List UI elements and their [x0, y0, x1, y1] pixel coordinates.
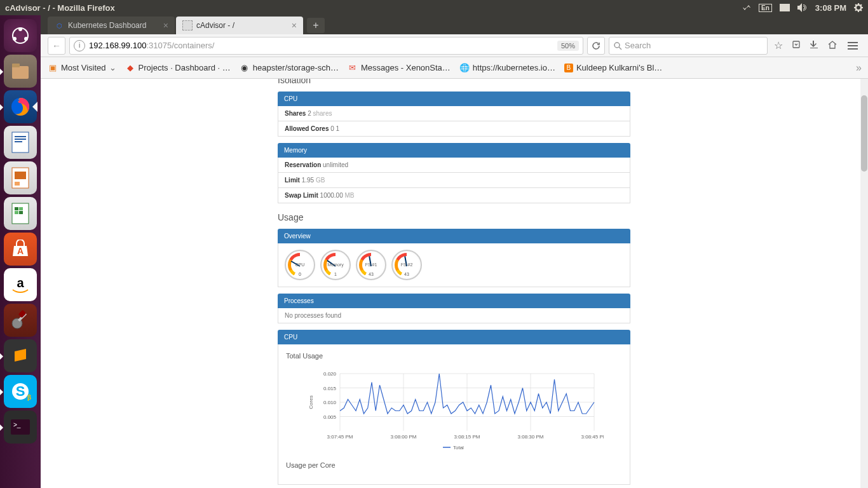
url-bar[interactable]: i 192.168.99.100:31075/containers/ 50% — [69, 37, 583, 55]
svg-rect-4 — [848, 48, 858, 50]
tab-kubernetes[interactable]: ⬡ Kubernetes Dashboard × — [48, 17, 175, 34]
panel-header: Processes — [278, 294, 630, 308]
clock[interactable]: 3:08 PM — [815, 3, 846, 13]
svg-text:3:08:15 PM: 3:08:15 PM — [454, 434, 480, 440]
cpu-panel: CPU Shares 2 shares Allowed Cores 0 1 — [278, 92, 630, 137]
processes-msg: No processes found — [278, 308, 630, 323]
mem-swap-row: Swap Limit 1000.00 MB — [278, 188, 630, 203]
cpu-shares-row: Shares 2 shares — [278, 106, 630, 121]
svg-rect-9 — [12, 66, 29, 79]
launcher-firefox[interactable] — [4, 90, 37, 123]
panel-header: Memory — [278, 143, 630, 158]
panel-header: CPU — [278, 92, 630, 106]
bookmark-heapster[interactable]: ◉heapster/storage-sch… — [240, 63, 339, 73]
svg-text:a: a — [17, 276, 24, 290]
blogger-icon: B — [564, 64, 573, 72]
pocket-icon[interactable] — [792, 40, 801, 51]
bookmark-messages[interactable]: ✉Messages - XenonSta… — [348, 63, 451, 73]
launcher-calc[interactable] — [4, 197, 37, 230]
downloads-icon[interactable] — [810, 40, 818, 51]
launcher-terminal[interactable]: >_ — [4, 410, 37, 444]
gauges-row: CPU0 Memory1 FS #143 FS #243 — [278, 243, 630, 287]
close-icon[interactable]: × — [163, 20, 168, 30]
svg-text:β: β — [27, 394, 31, 401]
launcher-impress[interactable] — [4, 161, 37, 194]
svg-rect-21 — [19, 207, 23, 210]
svg-rect-22 — [15, 211, 18, 214]
home-icon[interactable] — [827, 40, 837, 51]
launcher-files[interactable] — [4, 55, 37, 88]
svg-rect-15 — [15, 141, 22, 142]
search-placeholder: Search — [625, 41, 651, 50]
panel-header: Overview — [278, 229, 630, 243]
chart-per-core-title: Usage per Core — [286, 461, 622, 469]
gear-icon[interactable] — [854, 3, 863, 12]
toolbar-icons: ☆ — [771, 39, 840, 51]
search-input[interactable]: Search — [609, 37, 768, 55]
svg-text:0.015: 0.015 — [323, 386, 336, 391]
svg-rect-2 — [848, 42, 858, 43]
gitlab-icon: ◆ — [125, 63, 135, 73]
launcher-skype[interactable]: Sβ — [4, 375, 37, 408]
tab-cadvisor[interactable]: cAdvisor - / × — [176, 17, 303, 34]
sound-icon[interactable] — [797, 3, 808, 12]
panel-header: CPU — [278, 330, 630, 344]
processes-panel: Processes No processes found — [278, 294, 630, 323]
favicon-cadvisor — [182, 20, 193, 30]
svg-text:3:08:30 PM: 3:08:30 PM — [517, 434, 543, 440]
launcher-writer[interactable] — [4, 126, 37, 159]
svg-text:0.005: 0.005 — [323, 414, 336, 420]
new-tab-button[interactable]: + — [307, 18, 325, 33]
svg-rect-14 — [15, 139, 26, 140]
mem-limit-row: Limit 1.95 GB — [278, 173, 630, 188]
folder-icon: ▣ — [48, 63, 58, 73]
address-bar-row: ← i 192.168.99.100:31075/containers/ 50%… — [0, 34, 868, 57]
isolation-title: Isolation — [278, 79, 630, 85]
tab-title: cAdvisor - / — [196, 21, 288, 30]
launcher-settings[interactable] — [4, 304, 37, 337]
bookmark-kubernetes[interactable]: 🌐https://kubernetes.io… — [459, 63, 555, 73]
back-button[interactable]: ← — [48, 37, 65, 55]
svg-rect-3 — [848, 45, 858, 46]
language-indicator[interactable]: En — [759, 4, 772, 12]
bookmark-projects[interactable]: ◆Projects · Dashboard · … — [125, 63, 231, 73]
launcher-software[interactable]: A — [4, 233, 37, 266]
line-chart: 0.0050.0100.0150.0203:07:45 PM3:08:00 PM… — [305, 367, 604, 450]
launcher-amazon[interactable]: a — [4, 268, 37, 301]
bookmark-blog[interactable]: BKuldeep Kulkarni's Bl… — [564, 63, 662, 72]
svg-text:3:07:45 PM: 3:07:45 PM — [327, 434, 353, 440]
bookmark-star-icon[interactable]: ☆ — [774, 39, 783, 51]
svg-point-0 — [614, 43, 620, 48]
svg-rect-13 — [15, 136, 26, 137]
github-icon: ◉ — [240, 63, 250, 73]
bookmark-most-visited[interactable]: ▣Most Visited⌄ — [48, 63, 116, 73]
svg-point-8 — [24, 37, 28, 41]
svg-text:A: A — [17, 246, 24, 256]
chat-icon: ✉ — [348, 63, 358, 73]
mail-icon[interactable] — [780, 4, 790, 11]
svg-text:3:08:45 PM: 3:08:45 PM — [581, 434, 603, 440]
svg-point-6 — [18, 27, 22, 31]
favicon-kubernetes: ⬡ — [54, 20, 64, 30]
launcher-sublime[interactable] — [4, 339, 37, 372]
gauge-cpu: CPU0 — [285, 250, 315, 280]
overflow-icon[interactable]: » — [856, 62, 862, 74]
network-icon[interactable] — [742, 3, 751, 12]
cpu-cores-row: Allowed Cores 0 1 — [278, 121, 630, 137]
zoom-level[interactable]: 50% — [557, 41, 579, 51]
svg-text:0.020: 0.020 — [323, 371, 336, 377]
site-info-icon[interactable]: i — [74, 40, 85, 51]
svg-text:Total: Total — [453, 445, 464, 450]
close-icon[interactable]: × — [292, 20, 297, 30]
globe-icon: 🌐 — [459, 63, 470, 73]
memory-panel: Memory Reservation unlimited Limit 1.95 … — [278, 143, 630, 203]
cpu-usage-panel: CPU Total Usage 0.0050.0100.0150.0203:07… — [278, 330, 630, 485]
svg-text:Cores: Cores — [308, 395, 314, 409]
scrollbar-thumb[interactable] — [861, 95, 867, 172]
menu-button[interactable] — [844, 37, 862, 55]
svg-text:>_: >_ — [13, 421, 21, 428]
svg-point-7 — [13, 37, 17, 41]
reload-button[interactable] — [587, 37, 605, 55]
svg-rect-1 — [793, 41, 799, 48]
launcher-dash[interactable] — [4, 19, 37, 52]
